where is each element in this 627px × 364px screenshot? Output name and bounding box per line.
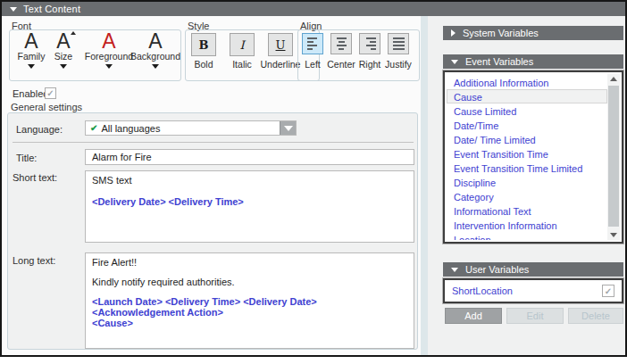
- divider: [13, 142, 414, 143]
- expand-arrow-icon: [451, 29, 456, 37]
- page-title: Text Content: [23, 4, 80, 14]
- list-item-label: Event Transition Time Limited: [454, 163, 582, 174]
- system-variables-header[interactable]: System Variables: [443, 26, 623, 40]
- list-item[interactable]: Event Transition Time: [447, 146, 607, 161]
- enabled-checkbox[interactable]: ✓: [45, 87, 56, 99]
- list-item-label: Date/Time: [454, 120, 498, 131]
- bold-button[interactable]: B: [191, 33, 216, 56]
- list-item-partial[interactable]: Location: [447, 232, 607, 240]
- align-center-button[interactable]: [330, 33, 352, 54]
- panel-splitter[interactable]: [421, 16, 428, 355]
- align-justify-button[interactable]: [388, 33, 409, 54]
- short-text-line: SMS text: [92, 175, 407, 186]
- system-variables-title: System Variables: [463, 28, 539, 38]
- underline-icon: U: [276, 38, 286, 52]
- background-color-icon: A: [148, 31, 162, 51]
- dropdown-button[interactable]: [280, 121, 296, 135]
- list-item-label: Informational Text: [454, 206, 531, 217]
- scrollbar[interactable]: [607, 74, 620, 240]
- list-item-label: Cause: [454, 92, 482, 103]
- title-input[interactable]: Alarm for Fire: [85, 149, 414, 165]
- italic-icon: I: [239, 38, 244, 52]
- list-item-label: Cause Limited: [454, 106, 516, 117]
- user-variable-checkbox[interactable]: ✓: [602, 285, 614, 297]
- list-item[interactable]: Date/ Time Limited: [447, 132, 607, 146]
- list-item[interactable]: Category: [447, 189, 607, 203]
- list-item[interactable]: Date/Time: [447, 118, 607, 132]
- event-variables-list: Additional Information Cause Cause Limit…: [443, 70, 623, 244]
- list-item[interactable]: Informational Text: [447, 203, 607, 218]
- font-family-icon: A: [24, 31, 38, 51]
- scroll-up-icon[interactable]: [610, 77, 617, 81]
- align-left-icon: [307, 37, 319, 50]
- italic-label: Italic: [224, 59, 260, 70]
- align-justify-label: Justify: [379, 59, 418, 70]
- align-right-button[interactable]: [359, 33, 380, 54]
- chevron-down-icon: [28, 64, 35, 69]
- list-item[interactable]: Intervention Information: [447, 218, 607, 232]
- collapse-arrow-icon: [451, 268, 458, 272]
- user-variable-name: ShortLocation: [452, 285, 513, 296]
- align-right-icon: [364, 37, 376, 50]
- size-up-tick-icon: [71, 31, 76, 35]
- chevron-down-icon: [284, 126, 293, 131]
- chevron-down-icon: [152, 64, 159, 69]
- collapse-arrow-icon: [10, 7, 17, 12]
- scroll-down-icon[interactable]: [610, 233, 617, 237]
- align-left-button[interactable]: [302, 33, 323, 54]
- general-settings-label: General settings: [11, 102, 82, 112]
- foreground-color-button[interactable]: A Foreground: [83, 31, 135, 69]
- bold-icon: B: [199, 38, 209, 52]
- collapse-arrow-icon: [451, 60, 458, 64]
- event-variables-rows: Additional Information Cause Cause Limit…: [447, 75, 607, 240]
- user-variables-title: User Variables: [465, 264, 529, 275]
- list-item[interactable]: Event Transition Time Limited: [447, 161, 607, 175]
- language-value: All languages: [101, 123, 160, 134]
- short-text-label: Short text:: [13, 172, 57, 183]
- delete-button[interactable]: Delete: [568, 308, 623, 324]
- long-text-line: Fire Alert!!: [92, 257, 407, 268]
- list-item-label: Event Transition Time: [454, 149, 548, 160]
- list-item-label: Intervention Information: [454, 220, 557, 231]
- list-item-label: Date/ Time Limited: [454, 135, 536, 145]
- list-item-label: Location: [454, 235, 491, 240]
- list-item[interactable]: Additional Information: [447, 75, 607, 89]
- underline-button[interactable]: U: [268, 33, 293, 56]
- list-item-label: Additional Information: [454, 78, 548, 88]
- list-item-selected[interactable]: Cause: [447, 89, 607, 103]
- long-text-editor[interactable]: Fire Alert!! Kindly notify required auth…: [85, 252, 414, 349]
- user-variable-row[interactable]: ShortLocation ✓: [443, 278, 623, 303]
- background-color-button[interactable]: A Background: [130, 31, 180, 69]
- section-header-text-content[interactable]: Text Content: [2, 2, 625, 16]
- event-variables-header[interactable]: Event Variables: [443, 54, 623, 69]
- delete-button-label: Delete: [581, 310, 610, 321]
- edit-button-label: Edit: [527, 310, 544, 321]
- chevron-down-icon: [60, 64, 67, 69]
- title-label: Title:: [16, 153, 37, 163]
- event-variables-title: Event Variables: [465, 56, 533, 67]
- user-variables-header[interactable]: User Variables: [443, 262, 623, 277]
- long-text-variables: <Cause>: [92, 318, 407, 328]
- list-item-label: Discipline: [454, 178, 496, 188]
- list-item[interactable]: Discipline: [447, 175, 607, 189]
- long-text-label: Long text:: [13, 255, 55, 266]
- scrollbar-thumb[interactable]: [608, 86, 619, 227]
- list-item[interactable]: Cause Limited: [447, 103, 607, 118]
- align-justify-icon: [393, 37, 405, 50]
- short-text-editor[interactable]: SMS text <Delivery Date> <Delivery Time>: [85, 170, 414, 243]
- check-icon: ✔: [90, 123, 97, 133]
- bold-label: Bold: [188, 59, 220, 70]
- italic-button[interactable]: I: [230, 33, 255, 56]
- long-text-line: Kindly notify required authorities.: [92, 277, 407, 287]
- long-text-variables: <Launch Date> <Delivery Time> <Delivery …: [92, 296, 407, 318]
- language-select[interactable]: ✔ All languages: [85, 120, 297, 136]
- language-label: Language:: [16, 124, 63, 135]
- list-item-label: Category: [454, 192, 494, 203]
- align-center-icon: [336, 37, 347, 50]
- add-button-label: Add: [464, 310, 482, 321]
- add-button[interactable]: Add: [445, 308, 502, 324]
- edit-button[interactable]: Edit: [506, 308, 564, 324]
- foreground-color-icon: A: [102, 31, 115, 51]
- text-content-editor: Text Content Font A Family A Size A Fore…: [0, 0, 627, 364]
- font-size-button[interactable]: A Size: [44, 31, 83, 69]
